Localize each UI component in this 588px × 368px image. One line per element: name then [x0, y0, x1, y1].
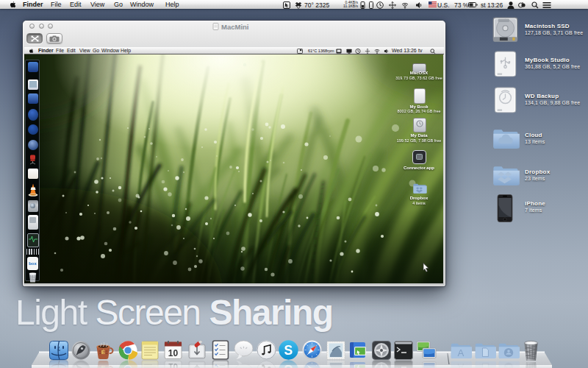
svg-text:A: A: [458, 347, 465, 358]
svg-text:S: S: [284, 343, 293, 358]
svg-text:É: É: [101, 349, 105, 355]
svg-text:10: 10: [168, 348, 178, 358]
